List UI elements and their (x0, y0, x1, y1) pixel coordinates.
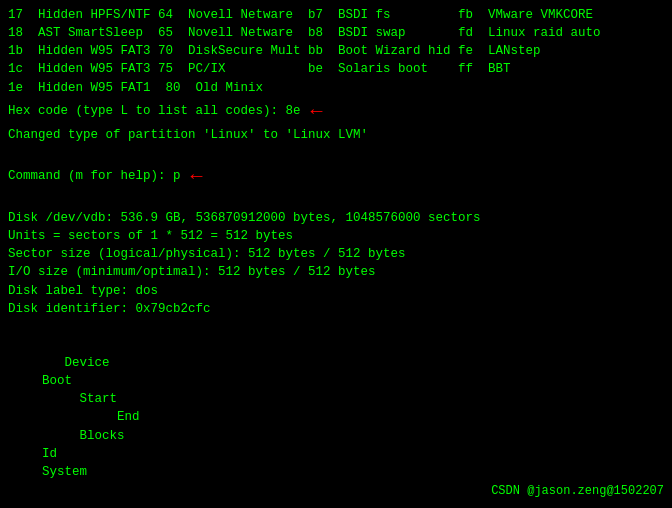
blank2 (8, 191, 664, 209)
pt-h-start: Start (42, 390, 132, 408)
disk-id-line: Disk identifier: 0x79cb2cfc (8, 300, 664, 318)
disk-info-line: Disk /dev/vdb: 536.9 GB, 536870912000 by… (8, 209, 664, 227)
command-p-text: Command (m for help): p (8, 167, 181, 185)
pt-h-end: End (42, 408, 147, 426)
terminal: 17 Hidden HPFS/NTF 64 Novell Netware b7 … (0, 0, 672, 508)
pt-h-id: Id (42, 445, 72, 463)
col3: 1b Hidden W95 FAT3 70 DiskSecure Mult bb… (8, 44, 541, 58)
command-p-row: Command (m for help): p ← (8, 162, 664, 191)
line-row5: 1e Hidden W95 FAT1 80 Old Minix (8, 79, 664, 97)
sector-size-line: Sector size (logical/physical): 512 byte… (8, 245, 664, 263)
pt-h-device: Device (42, 354, 142, 372)
col1: 17 Hidden HPFS/NTF 64 Novell Netware b7 … (8, 8, 593, 22)
blank1 (8, 144, 664, 162)
units-line: Units = sectors of 1 * 512 = 512 bytes (8, 227, 664, 245)
hex-code-row: Hex code (type L to list all codes): 8e … (8, 97, 664, 126)
line-row3: 1b Hidden W95 FAT3 70 DiskSecure Mult bb… (8, 42, 664, 60)
blank3 (8, 318, 664, 336)
hex-code-text: Hex code (type L to list all codes): 8e (8, 102, 301, 120)
arrow-hex: ← (311, 97, 323, 126)
col4: 1c Hidden W95 FAT3 75 PC/IX be Solaris b… (8, 62, 511, 76)
col2: 18 AST SmartSleep 65 Novell Netware b8 B… (8, 26, 601, 40)
arrow-p: ← (191, 162, 203, 191)
io-size-line: I/O size (minimum/optimal): 512 bytes / … (8, 263, 664, 281)
line-row2: 18 AST SmartSleep 65 Novell Netware b8 B… (8, 24, 664, 42)
pt-row1-line: /dev/vdb1 2048 1048575999 524286976 8e L… (8, 499, 664, 508)
pt-h-boot: Boot (42, 372, 97, 390)
line-row4: 1c Hidden W95 FAT3 75 PC/IX be Solaris b… (8, 60, 664, 78)
changed-type-line: Changed type of partition 'Linux' to 'Li… (8, 126, 664, 144)
watermark: CSDN @jason.zeng@1502207 (491, 483, 664, 500)
pt-h-system: System (42, 465, 87, 479)
pt-h-blocks: Blocks (42, 427, 132, 445)
line-row1: 17 Hidden HPFS/NTF 64 Novell Netware b7 … (8, 6, 664, 24)
pt-header-line: Device Boot Start End Blocks Id System (8, 336, 664, 499)
disk-label-line: Disk label type: dos (8, 282, 664, 300)
